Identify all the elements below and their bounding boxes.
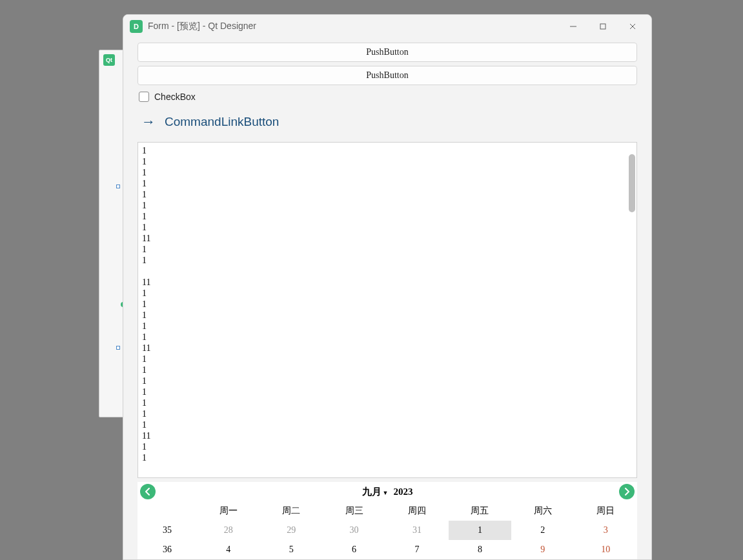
command-link-label: CommandLinkButton (165, 115, 279, 129)
chevron-down-icon: ▼ (383, 490, 389, 496)
svg-rect-1 (600, 24, 606, 29)
push-button-1[interactable]: PushButton (137, 43, 637, 62)
calendar-day-header: 周六 (511, 501, 574, 521)
calendar-day-cell[interactable]: 7 (385, 540, 448, 559)
calendar-day-header: 周一 (197, 501, 260, 521)
calendar-day-cell[interactable]: 6 (323, 540, 385, 559)
resize-handle (116, 346, 120, 350)
preview-window: D Form - [预览] - Qt Designer PushButton P… (123, 14, 652, 560)
checkbox-box-icon (139, 92, 149, 102)
checkbox-label: CheckBox (154, 92, 196, 102)
calendar-day-header: 周三 (323, 501, 385, 521)
calendar-day-cell[interactable]: 2 (511, 521, 574, 540)
calendar-day-cell[interactable]: 4 (197, 540, 260, 559)
calendar-title[interactable]: 九月 ▼ 2023 (362, 486, 413, 498)
maximize-button[interactable] (588, 17, 618, 36)
calendar-day-header: 周二 (260, 501, 322, 521)
calendar-next-button[interactable] (619, 484, 635, 499)
scrollbar-thumb[interactable] (629, 154, 635, 212)
calendar-widget: 九月 ▼ 2023 周一周二周三周四周五周六周日3528293031123364… (137, 482, 637, 559)
calendar-day-header: 周四 (385, 501, 448, 521)
calendar-day-cell[interactable]: 5 (260, 540, 322, 559)
text-edit-content[interactable]: 1 1 1 1 1 1 1 1 11 1 1 11 1 1 1 1 1 11 1… (138, 143, 627, 477)
calendar-day-cell[interactable]: 28 (197, 521, 260, 540)
calendar-prev-button[interactable] (140, 484, 156, 499)
calendar-week-number: 35 (137, 521, 197, 540)
push-button-2[interactable]: PushButton (137, 66, 637, 85)
app-icon: D (130, 20, 143, 33)
window-title: Form - [预览] - Qt Designer (148, 21, 558, 32)
calendar-day-header: 周五 (449, 501, 511, 521)
calendar-day-cell[interactable]: 31 (385, 521, 448, 540)
calendar-day-cell[interactable]: 10 (575, 540, 637, 559)
calendar-year-label: 2023 (393, 486, 412, 497)
calendar-header: 九月 ▼ 2023 (137, 482, 637, 501)
calendar-day-cell[interactable]: 8 (449, 540, 511, 559)
calendar-day-cell[interactable]: 3 (575, 521, 637, 540)
close-button[interactable] (618, 17, 647, 36)
calendar-day-cell[interactable]: 9 (511, 540, 574, 559)
calendar-grid: 周一周二周三周四周五周六周日35282930311233645678910 (137, 501, 637, 559)
scrollbar[interactable] (627, 143, 636, 477)
calendar-week-number: 36 (137, 540, 197, 559)
calendar-day-header: 周日 (575, 501, 637, 521)
calendar-day-cell[interactable]: 1 (449, 521, 511, 540)
calendar-month-label: 九月 (362, 486, 382, 498)
arrow-right-icon: → (141, 115, 156, 129)
command-link-button[interactable]: → CommandLinkButton (137, 108, 637, 138)
calendar-day-cell[interactable]: 29 (260, 521, 322, 540)
resize-handle (116, 185, 120, 188)
text-edit[interactable]: 1 1 1 1 1 1 1 1 11 1 1 11 1 1 1 1 1 11 1… (137, 142, 637, 478)
calendar-day-cell[interactable]: 30 (323, 521, 385, 540)
form-content: PushButton PushButton CheckBox → Command… (123, 37, 651, 559)
checkbox[interactable]: CheckBox (137, 89, 637, 105)
titlebar[interactable]: D Form - [预览] - Qt Designer (123, 15, 651, 37)
calendar-corner (137, 501, 197, 521)
qt-icon: Qt (103, 54, 115, 66)
minimize-button[interactable] (558, 17, 588, 36)
